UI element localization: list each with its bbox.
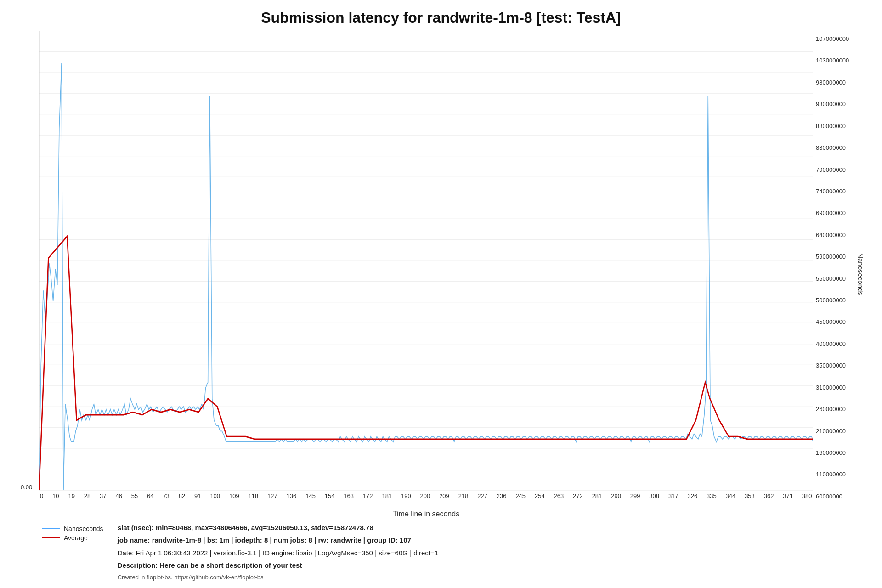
- x-tick-290: 290: [611, 492, 621, 499]
- x-tick-299: 299: [630, 492, 640, 499]
- x-tick-326: 326: [687, 492, 697, 499]
- y-right-tick-5: 830000000: [816, 144, 846, 151]
- y-right-tick-0: 1070000000: [816, 35, 849, 42]
- x-tick-281: 281: [592, 492, 602, 499]
- y-right-tick-11: 550000000: [816, 275, 846, 282]
- x-tick-10: 10: [52, 492, 59, 499]
- legend-line-red: [42, 537, 60, 538]
- y-right-tick-2: 980000000: [816, 79, 846, 86]
- x-tick-371: 371: [783, 492, 793, 499]
- x-tick-100: 100: [210, 492, 220, 499]
- y-right-tick-4: 880000000: [816, 123, 846, 130]
- x-tick-254: 254: [535, 492, 545, 499]
- x-tick-317: 317: [668, 492, 678, 499]
- x-tick-64: 64: [147, 492, 153, 499]
- x-tick-55: 55: [131, 492, 138, 499]
- legend-nanoseconds-label: Nanoseconds: [64, 525, 103, 532]
- stats-date: Date: Fri Apr 1 06:30:43 2022 | version.…: [118, 547, 868, 559]
- stats-description: Description: Here can be a short descrip…: [118, 560, 868, 571]
- x-tick-118: 118: [249, 492, 259, 499]
- x-tick-200: 200: [420, 492, 430, 499]
- info-panel: slat (nsec): min=80468, max=348064666, a…: [118, 522, 868, 583]
- y-right-tick-19: 160000000: [816, 449, 846, 456]
- y-right-tick-15: 350000000: [816, 362, 846, 369]
- x-tick-335: 335: [707, 492, 717, 499]
- y-right-tick-20: 110000000: [816, 471, 846, 478]
- x-tick-272: 272: [573, 492, 583, 499]
- x-tick-353: 353: [745, 492, 755, 499]
- x-tick-209: 209: [439, 492, 449, 499]
- y-right-tick-10: 590000000: [816, 253, 846, 260]
- x-tick-172: 172: [363, 492, 373, 499]
- x-tick-154: 154: [325, 492, 335, 499]
- x-tick-190: 190: [401, 492, 411, 499]
- y-right-tick-1: 1030000000: [816, 57, 849, 64]
- x-tick-245: 245: [515, 492, 526, 499]
- x-tick-136: 136: [287, 492, 297, 499]
- x-tick-227: 227: [477, 492, 487, 499]
- stats-job: job name: randwrite-1m-8 | bs: 1m | iode…: [118, 534, 868, 546]
- x-tick-145: 145: [305, 492, 316, 499]
- stats-created: Created in fioplot-bs. https://github.co…: [118, 572, 868, 582]
- x-ticks-container: 0 10 19 28 37 46 55 64 73 82 91 100 109 …: [39, 492, 813, 499]
- y-right-tick-13: 450000000: [816, 318, 846, 325]
- y-right-tick-14: 400000000: [816, 340, 846, 347]
- y-axis-right-label: Nanoseconds: [857, 254, 865, 296]
- x-tick-127: 127: [267, 492, 277, 499]
- x-tick-344: 344: [726, 492, 736, 499]
- x-tick-308: 308: [649, 492, 659, 499]
- legend-average-label: Average: [64, 534, 88, 542]
- y-axis-right: 1070000000 1030000000 980000000 93000000…: [813, 31, 868, 518]
- x-tick-362: 362: [764, 492, 774, 499]
- y-right-tick-3: 930000000: [816, 101, 846, 107]
- y-right-tick-6: 790000000: [816, 166, 846, 173]
- y-axis-left: [14, 31, 39, 518]
- legend-line-blue: [42, 528, 60, 529]
- x-tick-218: 218: [458, 492, 469, 499]
- x-tick-91: 91: [194, 492, 201, 499]
- legend-item-average: Average: [42, 534, 103, 542]
- x-tick-380: 380: [802, 492, 812, 499]
- y-right-tick-17: 260000000: [816, 406, 846, 413]
- x-axis-label: Time line in seconds: [39, 510, 813, 518]
- y-right-tick-9: 640000000: [816, 232, 846, 238]
- legend-box: Nanoseconds Average: [37, 522, 108, 583]
- x-axis: 0 10 19 28 37 46 55 64 73 82 91 100 109 …: [39, 491, 813, 509]
- x-tick-163: 163: [344, 492, 354, 499]
- legend-item-nanoseconds: Nanoseconds: [42, 525, 103, 532]
- y-right-tick-21: 60000000: [816, 493, 842, 500]
- x-tick-181: 181: [382, 492, 392, 499]
- x-tick-46: 46: [115, 492, 122, 499]
- legend-info: Nanoseconds Average slat (nsec): min=804…: [14, 522, 868, 583]
- y-right-tick-12: 500000000: [816, 297, 846, 304]
- x-tick-82: 82: [179, 492, 185, 499]
- y-right-tick-7: 740000000: [816, 188, 846, 195]
- x-tick-73: 73: [163, 492, 169, 499]
- x-tick-263: 263: [554, 492, 564, 499]
- x-tick-0: 0: [40, 492, 43, 499]
- x-tick-28: 28: [84, 492, 90, 499]
- stats-slat: slat (nsec): min=80468, max=348064666, a…: [118, 522, 868, 534]
- x-tick-236: 236: [497, 492, 507, 499]
- y-right-tick-8: 690000000: [816, 209, 846, 216]
- chart-title: Submission latency for randwrite-1m-8 [t…: [14, 9, 868, 26]
- x-tick-37: 37: [100, 492, 106, 499]
- x-tick-109: 109: [229, 492, 239, 499]
- y-right-tick-18: 210000000: [816, 428, 846, 435]
- y-right-tick-16: 310000000: [816, 384, 846, 391]
- x-tick-19: 19: [68, 492, 74, 499]
- chart-svg-container: 0.00: [39, 31, 813, 491]
- zero-label: 0.00: [21, 484, 32, 491]
